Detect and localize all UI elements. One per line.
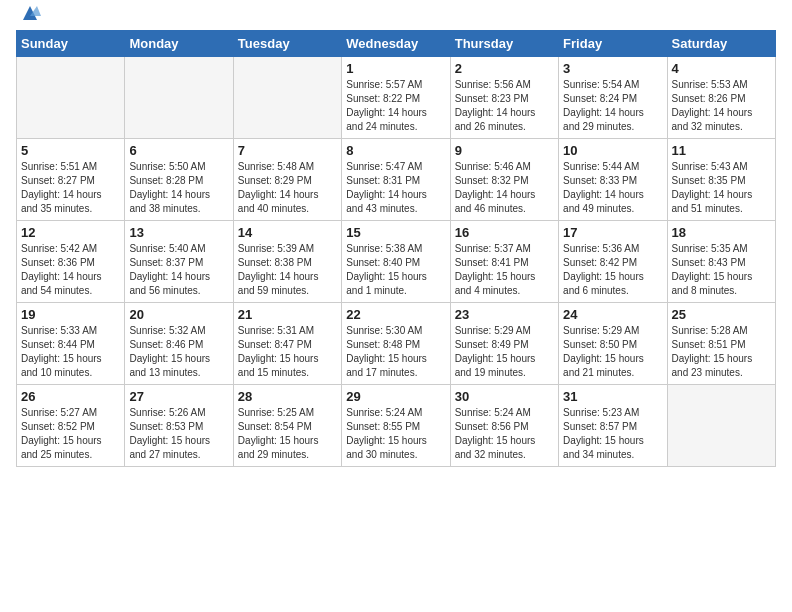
- calendar-week-row: 12Sunrise: 5:42 AM Sunset: 8:36 PM Dayli…: [17, 221, 776, 303]
- weekday-header-cell: Friday: [559, 31, 667, 57]
- day-info: Sunrise: 5:27 AM Sunset: 8:52 PM Dayligh…: [21, 406, 120, 462]
- day-info: Sunrise: 5:48 AM Sunset: 8:29 PM Dayligh…: [238, 160, 337, 216]
- weekday-header-cell: Saturday: [667, 31, 775, 57]
- weekday-header-cell: Monday: [125, 31, 233, 57]
- day-info: Sunrise: 5:28 AM Sunset: 8:51 PM Dayligh…: [672, 324, 771, 380]
- day-info: Sunrise: 5:26 AM Sunset: 8:53 PM Dayligh…: [129, 406, 228, 462]
- calendar-day-cell: 6Sunrise: 5:50 AM Sunset: 8:28 PM Daylig…: [125, 139, 233, 221]
- weekday-header-cell: Thursday: [450, 31, 558, 57]
- calendar-day-cell: 15Sunrise: 5:38 AM Sunset: 8:40 PM Dayli…: [342, 221, 450, 303]
- day-info: Sunrise: 5:36 AM Sunset: 8:42 PM Dayligh…: [563, 242, 662, 298]
- day-info: Sunrise: 5:42 AM Sunset: 8:36 PM Dayligh…: [21, 242, 120, 298]
- calendar-day-cell: 8Sunrise: 5:47 AM Sunset: 8:31 PM Daylig…: [342, 139, 450, 221]
- calendar-day-cell: 25Sunrise: 5:28 AM Sunset: 8:51 PM Dayli…: [667, 303, 775, 385]
- day-number: 13: [129, 225, 228, 240]
- day-number: 27: [129, 389, 228, 404]
- day-number: 4: [672, 61, 771, 76]
- calendar-day-cell: 21Sunrise: 5:31 AM Sunset: 8:47 PM Dayli…: [233, 303, 341, 385]
- calendar-day-cell: 22Sunrise: 5:30 AM Sunset: 8:48 PM Dayli…: [342, 303, 450, 385]
- calendar-day-cell: [233, 57, 341, 139]
- day-info: Sunrise: 5:40 AM Sunset: 8:37 PM Dayligh…: [129, 242, 228, 298]
- day-info: Sunrise: 5:35 AM Sunset: 8:43 PM Dayligh…: [672, 242, 771, 298]
- weekday-header-cell: Sunday: [17, 31, 125, 57]
- day-number: 30: [455, 389, 554, 404]
- day-number: 5: [21, 143, 120, 158]
- calendar-day-cell: 29Sunrise: 5:24 AM Sunset: 8:55 PM Dayli…: [342, 385, 450, 467]
- day-number: 19: [21, 307, 120, 322]
- day-info: Sunrise: 5:24 AM Sunset: 8:56 PM Dayligh…: [455, 406, 554, 462]
- calendar-day-cell: [17, 57, 125, 139]
- calendar-week-row: 26Sunrise: 5:27 AM Sunset: 8:52 PM Dayli…: [17, 385, 776, 467]
- calendar-day-cell: 9Sunrise: 5:46 AM Sunset: 8:32 PM Daylig…: [450, 139, 558, 221]
- calendar-week-row: 5Sunrise: 5:51 AM Sunset: 8:27 PM Daylig…: [17, 139, 776, 221]
- day-number: 1: [346, 61, 445, 76]
- day-info: Sunrise: 5:38 AM Sunset: 8:40 PM Dayligh…: [346, 242, 445, 298]
- day-info: Sunrise: 5:39 AM Sunset: 8:38 PM Dayligh…: [238, 242, 337, 298]
- calendar-week-row: 19Sunrise: 5:33 AM Sunset: 8:44 PM Dayli…: [17, 303, 776, 385]
- day-info: Sunrise: 5:33 AM Sunset: 8:44 PM Dayligh…: [21, 324, 120, 380]
- day-info: Sunrise: 5:46 AM Sunset: 8:32 PM Dayligh…: [455, 160, 554, 216]
- day-info: Sunrise: 5:43 AM Sunset: 8:35 PM Dayligh…: [672, 160, 771, 216]
- calendar-day-cell: [125, 57, 233, 139]
- day-number: 10: [563, 143, 662, 158]
- calendar-day-cell: [667, 385, 775, 467]
- calendar-day-cell: 24Sunrise: 5:29 AM Sunset: 8:50 PM Dayli…: [559, 303, 667, 385]
- day-number: 28: [238, 389, 337, 404]
- day-number: 8: [346, 143, 445, 158]
- day-number: 3: [563, 61, 662, 76]
- day-info: Sunrise: 5:50 AM Sunset: 8:28 PM Dayligh…: [129, 160, 228, 216]
- day-info: Sunrise: 5:31 AM Sunset: 8:47 PM Dayligh…: [238, 324, 337, 380]
- day-info: Sunrise: 5:54 AM Sunset: 8:24 PM Dayligh…: [563, 78, 662, 134]
- day-number: 15: [346, 225, 445, 240]
- calendar-day-cell: 30Sunrise: 5:24 AM Sunset: 8:56 PM Dayli…: [450, 385, 558, 467]
- day-number: 9: [455, 143, 554, 158]
- calendar-day-cell: 1Sunrise: 5:57 AM Sunset: 8:22 PM Daylig…: [342, 57, 450, 139]
- weekday-header-row: SundayMondayTuesdayWednesdayThursdayFrid…: [17, 31, 776, 57]
- calendar-day-cell: 5Sunrise: 5:51 AM Sunset: 8:27 PM Daylig…: [17, 139, 125, 221]
- calendar-day-cell: 27Sunrise: 5:26 AM Sunset: 8:53 PM Dayli…: [125, 385, 233, 467]
- day-number: 20: [129, 307, 228, 322]
- calendar-day-cell: 28Sunrise: 5:25 AM Sunset: 8:54 PM Dayli…: [233, 385, 341, 467]
- calendar-day-cell: 3Sunrise: 5:54 AM Sunset: 8:24 PM Daylig…: [559, 57, 667, 139]
- day-number: 21: [238, 307, 337, 322]
- day-number: 24: [563, 307, 662, 322]
- day-number: 2: [455, 61, 554, 76]
- day-info: Sunrise: 5:23 AM Sunset: 8:57 PM Dayligh…: [563, 406, 662, 462]
- day-number: 31: [563, 389, 662, 404]
- weekday-header-cell: Tuesday: [233, 31, 341, 57]
- calendar-day-cell: 13Sunrise: 5:40 AM Sunset: 8:37 PM Dayli…: [125, 221, 233, 303]
- calendar-day-cell: 7Sunrise: 5:48 AM Sunset: 8:29 PM Daylig…: [233, 139, 341, 221]
- day-number: 11: [672, 143, 771, 158]
- day-info: Sunrise: 5:51 AM Sunset: 8:27 PM Dayligh…: [21, 160, 120, 216]
- calendar-week-row: 1Sunrise: 5:57 AM Sunset: 8:22 PM Daylig…: [17, 57, 776, 139]
- calendar-table: SundayMondayTuesdayWednesdayThursdayFrid…: [16, 30, 776, 467]
- day-number: 26: [21, 389, 120, 404]
- day-info: Sunrise: 5:44 AM Sunset: 8:33 PM Dayligh…: [563, 160, 662, 216]
- calendar-day-cell: 31Sunrise: 5:23 AM Sunset: 8:57 PM Dayli…: [559, 385, 667, 467]
- calendar-body: 1Sunrise: 5:57 AM Sunset: 8:22 PM Daylig…: [17, 57, 776, 467]
- day-info: Sunrise: 5:25 AM Sunset: 8:54 PM Dayligh…: [238, 406, 337, 462]
- day-number: 16: [455, 225, 554, 240]
- day-info: Sunrise: 5:29 AM Sunset: 8:50 PM Dayligh…: [563, 324, 662, 380]
- calendar-page: SundayMondayTuesdayWednesdayThursdayFrid…: [0, 0, 792, 612]
- day-number: 12: [21, 225, 120, 240]
- calendar-day-cell: 2Sunrise: 5:56 AM Sunset: 8:23 PM Daylig…: [450, 57, 558, 139]
- day-number: 18: [672, 225, 771, 240]
- calendar-day-cell: 18Sunrise: 5:35 AM Sunset: 8:43 PM Dayli…: [667, 221, 775, 303]
- day-info: Sunrise: 5:32 AM Sunset: 8:46 PM Dayligh…: [129, 324, 228, 380]
- calendar-day-cell: 12Sunrise: 5:42 AM Sunset: 8:36 PM Dayli…: [17, 221, 125, 303]
- calendar-day-cell: 16Sunrise: 5:37 AM Sunset: 8:41 PM Dayli…: [450, 221, 558, 303]
- day-info: Sunrise: 5:30 AM Sunset: 8:48 PM Dayligh…: [346, 324, 445, 380]
- day-number: 7: [238, 143, 337, 158]
- day-number: 23: [455, 307, 554, 322]
- day-info: Sunrise: 5:24 AM Sunset: 8:55 PM Dayligh…: [346, 406, 445, 462]
- logo-icon: [19, 2, 41, 24]
- page-header: [16, 10, 776, 24]
- day-info: Sunrise: 5:56 AM Sunset: 8:23 PM Dayligh…: [455, 78, 554, 134]
- calendar-day-cell: 26Sunrise: 5:27 AM Sunset: 8:52 PM Dayli…: [17, 385, 125, 467]
- day-info: Sunrise: 5:57 AM Sunset: 8:22 PM Dayligh…: [346, 78, 445, 134]
- logo: [16, 10, 41, 24]
- calendar-day-cell: 23Sunrise: 5:29 AM Sunset: 8:49 PM Dayli…: [450, 303, 558, 385]
- calendar-day-cell: 10Sunrise: 5:44 AM Sunset: 8:33 PM Dayli…: [559, 139, 667, 221]
- calendar-day-cell: 14Sunrise: 5:39 AM Sunset: 8:38 PM Dayli…: [233, 221, 341, 303]
